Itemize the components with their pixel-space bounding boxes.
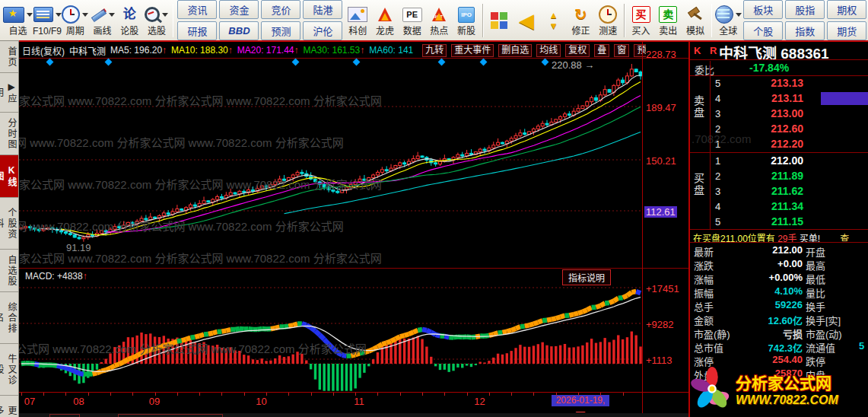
axis-tick-mark (578, 393, 579, 396)
ladder-level: 3 (715, 108, 720, 119)
buy-row-2[interactable]: 2211.89 (711, 169, 868, 184)
toolbar-button-陆港[interactable]: 陆港 (303, 0, 342, 19)
toolbar-tool-label: 卖出 (659, 26, 677, 37)
back-navigation-tool[interactable]: ◀ (513, 2, 540, 40)
toolbar-button-竞价[interactable]: 竞价 (261, 0, 300, 19)
sidebar-item-应用[interactable]: ▶应用 (0, 73, 18, 113)
picture-icon (348, 7, 367, 22)
toolbar-tool-dragon-flame[interactable]: 龙虎 (371, 2, 399, 40)
toolbar-tool-label: 选股 (148, 26, 166, 37)
toolbar-tool-pencil[interactable]: 画线 (89, 2, 116, 40)
toolbar-button-资讯[interactable]: 资讯 (177, 0, 217, 19)
dropdown-caret-icon[interactable] (736, 13, 742, 17)
sell-row-5[interactable]: 5213.13 (711, 76, 868, 91)
buy-row-4[interactable]: 4211.34 (711, 199, 868, 215)
chart-header: 日线(复权)中科飞测MA5: 196.20↑MA10: 188.30↑MA20:… (19, 43, 646, 58)
sidebar-item-自选股[interactable]: 自选股 (0, 250, 18, 292)
header-chip-均线[interactable]: 均线 (536, 44, 561, 57)
toolbar-tool-pe-badge[interactable]: PE数据 (399, 2, 426, 40)
toolbar-button-期货[interactable]: 期货 (827, 21, 866, 40)
toolbar-tool-refresh[interactable]: ↻修正 (568, 2, 595, 40)
chart-period-label[interactable]: 日线(复权) (22, 44, 65, 57)
toolbar-tool-clock[interactable]: 周期 (62, 2, 89, 40)
toolbar-tool-buy-char[interactable]: 买买入 (628, 2, 655, 40)
buy-row-1[interactable]: 1212.00 (711, 154, 868, 169)
sell-row-3[interactable]: 3213.00 (711, 107, 868, 122)
stat-label: 市盈(动) (806, 326, 842, 341)
macd-indicator-panel[interactable]: 分析家公式网 www.70822.com 分析家公式网 www.70822.co… (19, 268, 643, 392)
sidebar-item-牛叉诊股[interactable]: 牛叉诊股 (0, 344, 18, 396)
axis-tick-mark (489, 393, 490, 396)
toolbar-tool-ipo-badge[interactable]: IPO新股 (453, 2, 480, 40)
stat-label: 金额 (694, 313, 714, 327)
sidebar-item-个股资料[interactable]: 个股资料 (0, 198, 18, 250)
axis-month-label: 09 (149, 396, 160, 407)
toolbar-tool-label: 龙虎 (376, 26, 394, 37)
toolbar-tool-globe[interactable]: 全球 (714, 2, 742, 40)
stopwatch-icon (599, 5, 617, 24)
toolbar-tool-folder-star[interactable]: 自选 (3, 2, 33, 40)
toolbar-tool-hot-flame[interactable]: 热点 (426, 2, 453, 40)
toolbar-button-BBD[interactable]: BBD (219, 21, 259, 40)
sell-row-1[interactable]: 1212.20 (711, 137, 868, 152)
header-chip-窗[interactable]: 窗 (614, 44, 629, 57)
toolbar-button-研报[interactable]: 研报 (177, 21, 217, 40)
gavel-icon (687, 6, 704, 23)
main-toolbar: 自选F10/F9周期画线论论股选股资讯资金竞价陆港研报BBD预测沪伦科创龙虎PE… (0, 0, 868, 41)
header-chip-复权[interactable]: 复权 (565, 44, 590, 57)
toolbar-button-预测[interactable]: 预测 (261, 21, 300, 40)
toolbar-button-个股[interactable]: 个股 (743, 21, 783, 40)
stat-value: +0.00% (736, 272, 803, 283)
buy-price: 211.34 (756, 200, 803, 212)
dropdown-caret-icon[interactable] (56, 13, 62, 17)
sidebar-item-综合排名[interactable]: 综合排名 (0, 292, 18, 344)
buy-row-5[interactable]: 5211.15 (711, 215, 868, 230)
toolbar-tool-stopwatch[interactable]: 测速 (594, 2, 622, 40)
toolbar-tool-magnifier[interactable]: 选股 (143, 2, 170, 40)
dropdown-caret-icon[interactable] (27, 13, 33, 17)
dropdown-caret-icon[interactable] (162, 13, 168, 17)
sell-price: 212.20 (756, 138, 803, 150)
toolbar-button-资金[interactable]: 资金 (219, 0, 259, 19)
sell-row-2[interactable]: 2212.60 (711, 122, 868, 137)
toolbar-tool-sell-char[interactable]: 卖卖出 (654, 2, 682, 40)
down-arrow-icon[interactable]: ▼ (549, 21, 558, 30)
header-chip-删自选[interactable]: 删自选 (498, 44, 532, 57)
sell-row-4[interactable]: 4213.11 (711, 91, 868, 107)
header-chip-叠[interactable]: 叠 (594, 44, 609, 57)
toolbar-button-指数[interactable]: 指数 (785, 21, 825, 40)
main-candlestick-chart[interactable]: 分析家公式网 www.70822.com 分析家公式网 www.70822.co… (19, 58, 643, 268)
dropdown-caret-icon[interactable] (82, 13, 88, 17)
toolbar-button-期权[interactable]: 期权 (827, 0, 866, 19)
axis-tick-mark (311, 393, 312, 396)
up-arrow-icon[interactable]: ▲ (549, 11, 558, 20)
toolbar-tool-label: 测速 (599, 26, 617, 37)
toolbar-tool-forum[interactable]: 论论股 (116, 2, 143, 40)
header-chip-九转[interactable]: 九转 (422, 44, 447, 57)
stat-label: 市盈(静) (694, 326, 730, 341)
macd-axis-label: +1113 (646, 355, 672, 366)
scroll-tool[interactable]: ▲▼ (540, 2, 568, 40)
stat-row-总手: 总手59226换手 (690, 299, 868, 313)
sidebar-item-K线图[interactable]: K线图 (0, 155, 18, 198)
toolbar-tool-picture[interactable]: 科创 (344, 2, 371, 40)
sidebar-item-分时图[interactable]: 分时图 (0, 113, 18, 155)
toolbar-button-板块[interactable]: 板块 (743, 0, 783, 19)
toolbar-button-股指[interactable]: 股指 (785, 0, 825, 19)
window-layout-tool[interactable] (486, 2, 513, 40)
buy-row-3[interactable]: 3211.62 (711, 184, 868, 199)
quote-panel-tabs[interactable]: K R (694, 45, 720, 56)
settings-button[interactable]: 设置 (49, 414, 80, 417)
stat-label: 振幅 (694, 285, 714, 300)
sidebar-item-更多[interactable]: 更多 (0, 396, 18, 417)
header-chip-重大事件[interactable]: 重大事件 (451, 44, 494, 57)
toolbar-tool-document[interactable]: F10/F9 (33, 2, 62, 40)
indicator-help-button[interactable]: 指标说明 (562, 269, 611, 285)
ma-legend-3: MA30: 161.53↑ (304, 45, 365, 56)
toolbar-button-沪伦[interactable]: 沪伦 (303, 21, 342, 40)
toolbar-tool-gavel[interactable]: 模拟 (682, 2, 709, 40)
dropdown-caret-icon[interactable] (109, 13, 115, 17)
axis-tick-mark (110, 393, 111, 396)
chart-top-border (19, 40, 868, 42)
sidebar-item-首页[interactable]: 首页 (0, 41, 18, 73)
